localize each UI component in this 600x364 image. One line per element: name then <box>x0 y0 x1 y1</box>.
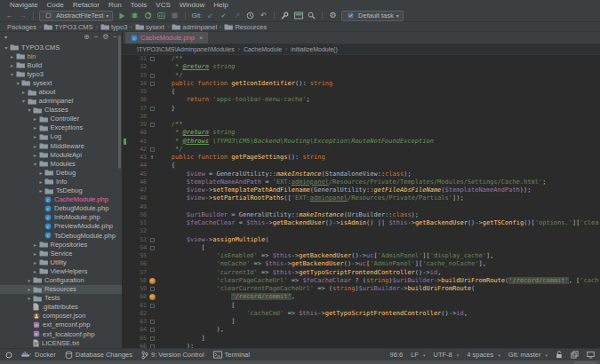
tree-item-viewhelpers[interactable]: ▸ViewHelpers <box>0 266 122 275</box>
fold-marker-icon[interactable] <box>150 344 155 348</box>
chevron-right-icon[interactable]: ▸ <box>37 170 44 176</box>
chevron-right-icon[interactable]: ▸ <box>32 259 39 265</box>
chevron-right-icon[interactable]: ▸ <box>32 133 39 139</box>
menu-vcs[interactable]: VCS <box>151 1 174 9</box>
gear-icon[interactable]: ⚙ <box>102 34 108 41</box>
tree-item-composer-json[interactable]: composer.json <box>0 312 122 320</box>
fold-marker-icon[interactable] <box>150 74 155 78</box>
tree-item-info[interactable]: ▸Info <box>0 177 122 186</box>
sync-settings-button[interactable]: ⚙ <box>328 11 338 20</box>
nav-crumb-adminpanel[interactable]: adminpanel <box>172 23 217 31</box>
fold-marker-icon[interactable] <box>150 107 155 111</box>
console-button[interactable] <box>293 11 303 20</box>
nav-crumb-sysext[interactable]: sysext <box>135 23 164 31</box>
forward-arrow-button[interactable]: → <box>18 11 28 20</box>
wrench-button[interactable] <box>280 11 290 20</box>
tree-item-about[interactable]: ▸about <box>0 87 122 96</box>
menu-tools[interactable]: Tools <box>126 1 152 9</box>
docker-toolwindow-button[interactable]: Docker <box>21 351 56 359</box>
hide-icon[interactable]: − <box>113 34 117 41</box>
chevron-right-icon[interactable]: ▸ <box>9 62 16 68</box>
fold-marker-icon[interactable] <box>150 238 155 242</box>
tree-item-cachemodule-php[interactable]: cCacheModule.php <box>0 195 122 204</box>
debug-button[interactable] <box>130 11 140 20</box>
encoding-widget[interactable]: UTF-8 <box>433 351 459 359</box>
indent-widget[interactable]: 4 spaces <box>467 351 500 359</box>
tree-item-sysext[interactable]: ▾sysext <box>0 78 122 87</box>
back-arrow-button[interactable]: ← <box>4 11 14 20</box>
tree-item-classes[interactable]: ▾Classes <box>0 106 122 115</box>
tree-item-repositories[interactable]: ▸Repositories <box>0 240 122 249</box>
fold-marker-icon[interactable] <box>150 336 155 341</box>
menu-help[interactable]: Help <box>209 1 232 9</box>
tree-item-typo3-cms[interactable]: ▾TYPO3.CMS <box>0 43 122 51</box>
run-config-select[interactable]: AbstractFileTest▾ <box>39 11 113 21</box>
menu-navigate[interactable]: Navigate <box>5 1 43 9</box>
chevron-right-icon[interactable]: ▸ <box>37 187 44 194</box>
chevron-down-icon[interactable]: ▾ <box>9 71 16 77</box>
tree-item-typo3[interactable]: ▾typo3 <box>0 69 122 78</box>
menu-code[interactable]: Code <box>43 1 68 9</box>
fold-marker-icon[interactable] <box>150 147 155 152</box>
menu-run[interactable]: Run <box>104 1 126 9</box>
tree-item-adminpanel[interactable]: ▾adminpanel <box>0 97 122 106</box>
tree-item-debug[interactable]: ▸Debug <box>0 168 122 177</box>
tree-item-bin[interactable]: ▸bin <box>0 51 122 60</box>
fold-marker-icon[interactable] <box>150 57 155 61</box>
version-control-toolwindow-button[interactable]: 9: Version Control <box>141 351 204 360</box>
editor-crumb[interactable]: initializeModule() <box>291 46 338 52</box>
gutter-monkey-icon[interactable] <box>149 278 156 284</box>
chevron-right-icon[interactable]: ▸ <box>32 115 39 122</box>
chevron-down-icon[interactable]: ▾ <box>3 44 10 51</box>
tree-item-build[interactable]: ▸Build <box>0 60 122 69</box>
task-select[interactable]: Default task▾ <box>341 11 404 21</box>
chevron-down-icon[interactable]: ▾ <box>32 161 39 167</box>
chevron-right-icon[interactable]: ▸ <box>9 53 16 59</box>
tree-item-moduleapi[interactable]: ▸ModuleApi <box>0 150 122 159</box>
chevron-right-icon[interactable]: ▸ <box>32 241 39 248</box>
tree-item-log[interactable]: ▸Log <box>0 132 122 141</box>
tree-item-controller[interactable]: ▸Controller <box>0 115 122 123</box>
toolwindow-switcher[interactable] <box>5 352 12 359</box>
chevron-down-icon[interactable]: ▾ <box>14 80 21 86</box>
vcs-update-button[interactable]: ↙ <box>205 11 215 20</box>
coverage-button[interactable] <box>143 11 153 20</box>
tree-item-resources[interactable]: ▸Resources <box>0 285 122 294</box>
fold-marker-icon[interactable] <box>150 287 155 291</box>
history-button[interactable] <box>245 11 255 20</box>
tree-item-modules[interactable]: ▾Modules <box>0 159 122 168</box>
profiler-button[interactable] <box>156 11 166 20</box>
terminal-toolwindow-button[interactable]: Terminal <box>213 351 250 359</box>
git-branch-widget[interactable]: Git: master <box>508 351 548 359</box>
fold-marker-icon[interactable] <box>150 246 155 250</box>
tree-item-service[interactable]: ▸Service <box>0 249 122 257</box>
tree-item-license-txt[interactable]: LICENSE.txt <box>0 338 122 347</box>
fold-marker-icon[interactable] <box>150 304 155 308</box>
tree-item-previewmodule-php[interactable]: cPreviewModule.php <box>0 222 122 231</box>
chevron-right-icon[interactable]: ▸ <box>26 295 33 301</box>
tree-item-middleware[interactable]: ▸Middleware <box>0 141 122 150</box>
chevron-right-icon[interactable]: ▸ <box>32 250 39 257</box>
nav-crumb-packages[interactable]: Packages <box>7 23 36 31</box>
nav-crumb-typo3[interactable]: typo3 <box>100 23 127 31</box>
tree-item--gitattributes[interactable]: .gitattributes <box>0 303 122 312</box>
tree-item-configuration[interactable]: ▸Configuration <box>0 275 122 284</box>
chevron-down-icon[interactable]: ▾ <box>26 107 33 113</box>
editor-tab-cachemodule[interactable]: cCacheModule.php× <box>125 32 208 44</box>
chevron-right-icon[interactable]: ▸ <box>26 286 33 292</box>
locate-icon[interactable]: ⊕ <box>84 34 90 41</box>
tree-item-utility[interactable]: ▸Utility <box>0 257 122 266</box>
chevron-right-icon[interactable]: ▸ <box>26 277 33 283</box>
fold-marker-icon[interactable] <box>150 320 155 324</box>
fold-marker-icon[interactable] <box>150 123 155 127</box>
chevron-right-icon[interactable]: ▸ <box>37 178 44 185</box>
tree-item-ext-emconf-php[interactable]: eext_emconf.php <box>0 320 122 329</box>
nav-crumb-typo3-cms[interactable]: TYPO3.CMS <box>44 23 92 31</box>
caret-position-widget[interactable]: 96:6 <box>390 351 404 359</box>
vcs-push-button[interactable]: ↗ <box>232 11 242 20</box>
editor-crumb[interactable]: \TYPO3\CMS\Adminpanel\Modules <box>137 46 235 52</box>
tree-item-tsdebugmodule-php[interactable]: cTsDebugModule.php <box>0 231 122 240</box>
run-button[interactable] <box>116 11 126 20</box>
project-scrollbar[interactable] <box>118 36 121 169</box>
nav-crumb-resources[interactable]: Resources <box>224 23 267 31</box>
